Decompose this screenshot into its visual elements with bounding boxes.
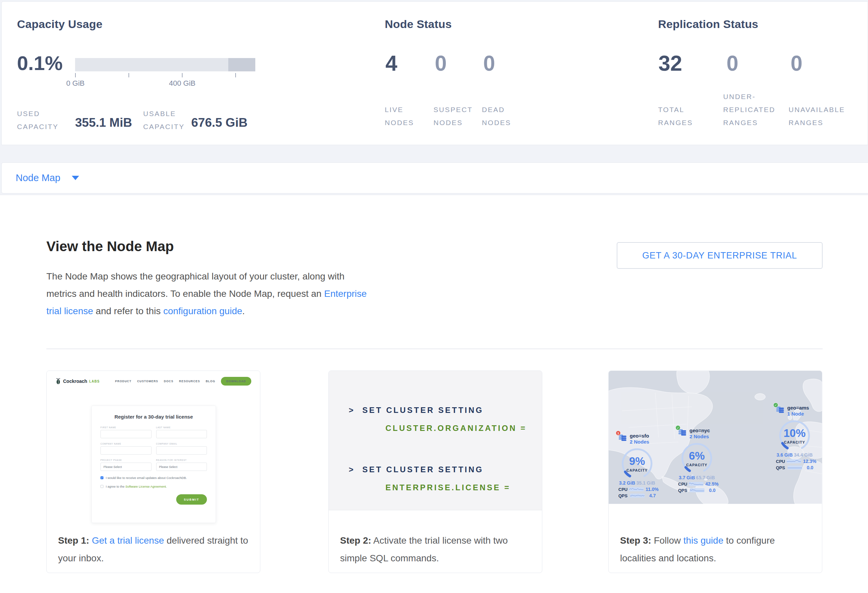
cockroach-labs-logo: Cockroach LABS (55, 378, 100, 384)
mini-nav-item: RESOURCES (179, 380, 200, 383)
mini-license-link: Software License Agreement. (125, 485, 167, 488)
mini-site-navbar: Cockroach LABS PRODUCT CUSTOMERS DOCS RE… (47, 374, 260, 389)
mini-first-name-input (100, 430, 152, 438)
brand-suffix: LABS (89, 380, 99, 383)
mini-field-label: FIRST NAME (100, 426, 152, 428)
mini-download-button: DOWNLOAD (221, 377, 251, 386)
capacity-axis-tick (182, 73, 183, 77)
qps-value: 0.0 (709, 488, 716, 493)
used-capacity-label: USED CAPACITY (17, 107, 72, 133)
qps-value: 0.0 (807, 465, 813, 470)
mini-field-label: COMPANY NAME (100, 443, 152, 445)
cpu-value: 12.3% (803, 459, 816, 464)
mini-checkbox-label: I would like to receive email updates ab… (106, 476, 187, 480)
intro-text: The Node Map shows the geographical layo… (46, 271, 344, 299)
section-divider (46, 349, 822, 349)
mini-nav-item: CUSTOMERS (137, 380, 158, 383)
live-nodes-label: LIVE NODES (385, 100, 429, 129)
mini-company-email-input (156, 446, 207, 455)
cpu-label: CPU (776, 459, 785, 464)
capacity-caption: CAPACITY (621, 468, 653, 472)
sql-argument-line: ENTERPRISE.LICENSE = (385, 483, 511, 492)
nodemap-dropdown[interactable]: Node Map (1, 162, 868, 193)
mini-nav-item: DOCS (164, 380, 174, 383)
this-guide-link[interactable]: this guide (683, 535, 723, 546)
chevron-down-icon (72, 176, 79, 180)
used-gib: 3.7 GiB (679, 475, 695, 480)
cluster-node-count: 1 Node (787, 411, 809, 417)
cpu-value: 11.0% (645, 487, 658, 492)
capacity-caption: CAPACITY (681, 463, 713, 467)
mini-field-label: PROJECT PHASE (100, 459, 152, 461)
step3-caption: Step 3: Follow this guide to configure l… (620, 532, 813, 567)
get-trial-license-link[interactable]: Get a trial license (92, 535, 164, 546)
qps-value: 4.7 (650, 493, 656, 498)
used-capacity-value: 355.1 MiB (75, 116, 132, 130)
total-gib: 34.4 GiB (794, 452, 813, 458)
mini-license-agreement-checkbox (100, 485, 103, 488)
cluster-node-count: 2 Nodes (689, 434, 710, 440)
step2-prefix: Step 2: (340, 535, 371, 546)
intro-paragraph: The Node Map shows the geographical layo… (46, 268, 368, 320)
mini-checkbox-label: I agree to the Software License Agreemen… (106, 485, 167, 488)
cpu-sparkline (689, 482, 704, 486)
total-gib: 35.1 GiB (636, 480, 655, 486)
cpu-label: CPU (678, 482, 687, 487)
capacity-axis-tick (128, 73, 129, 77)
database-stack-icon: ✓ (776, 405, 785, 414)
dead-nodes-count: 0 (483, 51, 495, 76)
trial-signup-screenshot: Cockroach LABS PRODUCT CUSTOMERS DOCS RE… (47, 371, 260, 526)
step3-text: Follow (654, 535, 681, 546)
capacity-axis-tick (75, 73, 76, 77)
nodemap-promo-section: View the Node Map The Node Map shows the… (0, 195, 868, 593)
sql-commands-panel: > SET CLUSTER SETTING CLUSTER.ORGANIZATI… (329, 371, 542, 510)
cpu-label: CPU (619, 487, 627, 492)
cluster-geo-sfo: 1 geo=sfo 2 Nodes 9% CAPACITY (619, 433, 656, 498)
intro-text: and refer to this (96, 306, 161, 316)
mini-email-updates-checkbox: ✓ (100, 476, 103, 479)
suspect-nodes-label: SUSPECT NODES (434, 100, 480, 129)
under-replicated-label: UNDER-REPLICATED RANGES (723, 88, 788, 129)
mini-project-phase-select: Please Select (100, 463, 152, 471)
capacity-gauge: 6% CAPACITY (681, 442, 713, 474)
capacity-usage-title: Capacity Usage (17, 18, 102, 31)
qps-label: QPS (776, 465, 786, 470)
database-stack-icon: 1 (619, 433, 627, 442)
used-gib: 3.6 GiB (776, 452, 793, 458)
capacity-axis-tick (235, 73, 236, 77)
total-ranges-label: TOTAL RANGES (658, 100, 705, 129)
step2-caption: Step 2: Activate the trial license with … (340, 532, 533, 567)
step1-card: Cockroach LABS PRODUCT CUSTOMERS DOCS RE… (46, 371, 260, 573)
mini-field-label: LAST NAME (156, 426, 207, 428)
cockroach-bug-icon (55, 378, 61, 384)
cluster-summary-panel: Capacity Usage 0.1% 0 GiB 400 GiB USED C… (1, 1, 868, 145)
intro-text: . (242, 306, 245, 316)
under-replicated-count: 0 (726, 51, 738, 76)
step3-prefix: Step 3: (620, 535, 651, 546)
capacity-bar-reserved-segment (228, 58, 255, 71)
get-enterprise-trial-button[interactable]: GET A 30-DAY ENTERPRISE TRIAL (617, 242, 822, 269)
healthy-badge-icon: ✓ (773, 403, 778, 408)
mini-field-label: REASON FOR INTEREST (156, 459, 207, 461)
qps-label: QPS (678, 488, 688, 493)
used-gib: 3.2 GiB (619, 480, 635, 486)
unavailable-label: UNAVAILABLE RANGES (788, 100, 852, 129)
mini-field-label: COMPANY EMAIL (156, 443, 207, 445)
sql-argument-line: CLUSTER.ORGANIZATION = (385, 424, 527, 433)
total-ranges-count: 32 (658, 51, 682, 76)
mini-last-name-input (156, 430, 207, 438)
capacity-axis-label-400: 400 GiB (159, 79, 205, 88)
mini-submit-button: SUBMIT (176, 494, 207, 505)
capacity-percent: 0.1% (17, 52, 63, 75)
nodemap-dropdown-label: Node Map (16, 172, 61, 184)
mini-nav-item: BLOG (205, 380, 215, 383)
configuration-guide-link[interactable]: configuration guide (163, 306, 242, 316)
capacity-percent-value: 10% (779, 427, 810, 440)
mini-nav-links: PRODUCT CUSTOMERS DOCS RESOURCES BLOG DO… (115, 377, 251, 386)
cluster-locality-label: geo=sfo (630, 433, 649, 439)
cpu-sparkline (629, 487, 644, 491)
usable-capacity-value: 676.5 GiB (191, 116, 248, 130)
database-stack-icon: ✓ (678, 428, 687, 437)
unavailable-count: 0 (791, 51, 803, 76)
suspect-nodes-count: 0 (435, 51, 447, 76)
